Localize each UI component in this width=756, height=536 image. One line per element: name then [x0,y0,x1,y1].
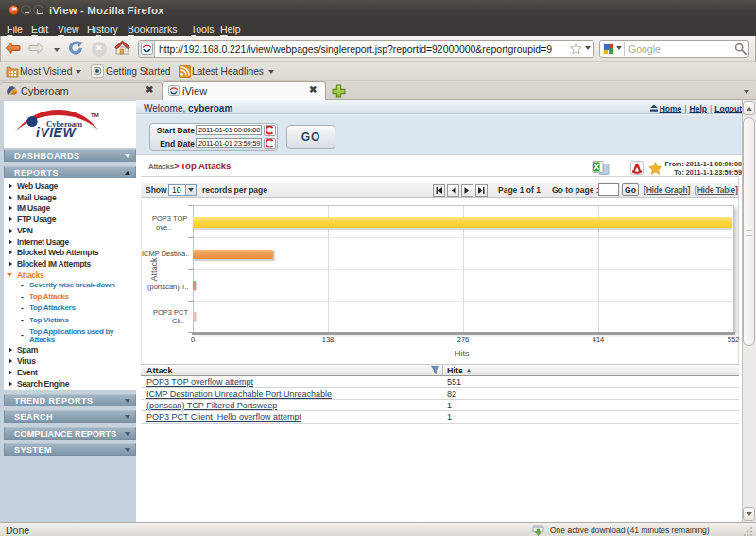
svg-text:TM: TM [91,112,99,118]
svg-text:iVIEW: iVIEW [36,125,77,140]
